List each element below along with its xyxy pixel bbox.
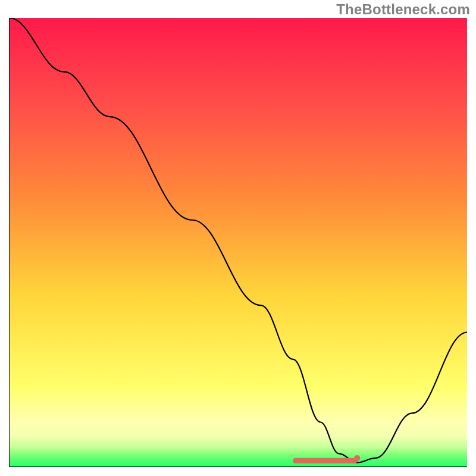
optimal-point-marker [354, 455, 360, 461]
watermark-text: TheBottleneck.com [336, 1, 470, 18]
optimal-range-marker [293, 458, 357, 464]
chart-stage: TheBottleneck.com [0, 0, 476, 476]
gradient-background [9, 18, 467, 467]
chart-svg [9, 18, 467, 467]
chart-plot [9, 18, 467, 467]
